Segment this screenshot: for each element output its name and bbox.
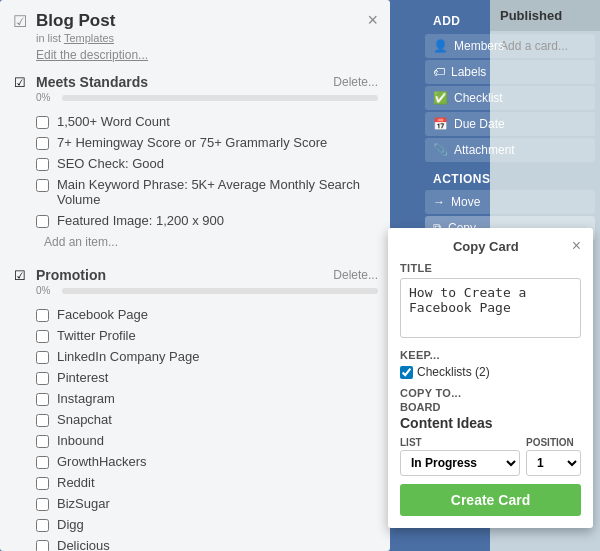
checklist-button[interactable]: ✅ Checklist bbox=[425, 86, 595, 110]
list-item: Snapchat bbox=[12, 409, 378, 430]
list-select[interactable]: In Progress bbox=[400, 450, 520, 476]
keep-section: Keep... Checklists (2) bbox=[400, 349, 581, 379]
list-item: Digg bbox=[12, 514, 378, 535]
keep-checklists-label: Checklists (2) bbox=[417, 365, 490, 379]
list-item: SEO Check: Good bbox=[12, 153, 378, 174]
copy-title-input[interactable]: How to Create a Facebook Page bbox=[400, 278, 581, 338]
copy-panel-close-button[interactable]: × bbox=[572, 238, 581, 254]
progress-bar-bg-1 bbox=[62, 95, 378, 101]
card-list-info: in list Templates bbox=[36, 32, 359, 44]
checklist-checkbox[interactable] bbox=[36, 414, 49, 427]
list-item: Inbound bbox=[12, 430, 378, 451]
checklist-checkbox[interactable] bbox=[36, 330, 49, 343]
checklist-checkbox[interactable] bbox=[36, 158, 49, 171]
list-item: 1,500+ Word Count bbox=[12, 111, 378, 132]
checklist-checkbox[interactable] bbox=[36, 477, 49, 490]
checklist-checkbox[interactable] bbox=[36, 456, 49, 469]
board-value: Content Ideas bbox=[400, 415, 581, 431]
edit-description-link[interactable]: Edit the description... bbox=[12, 48, 378, 62]
list-item: BizSugar bbox=[12, 493, 378, 514]
checklist-checkbox[interactable] bbox=[36, 116, 49, 129]
card-panel: ☑ Blog Post in list Templates × Edit the… bbox=[0, 0, 390, 551]
list-item: Featured Image: 1,200 x 900 bbox=[12, 210, 378, 231]
members-icon: 👤 bbox=[433, 39, 448, 53]
due-date-icon: 📅 bbox=[433, 117, 448, 131]
progress-pct-1: 0% bbox=[36, 92, 56, 103]
checklist-checkbox[interactable] bbox=[36, 372, 49, 385]
move-icon: → bbox=[433, 195, 445, 209]
checklist-checkbox[interactable] bbox=[36, 309, 49, 322]
checklist-checkbox[interactable] bbox=[36, 179, 49, 192]
copy-card-panel: Copy Card × Title How to Create a Facebo… bbox=[388, 228, 593, 528]
add-actions-panel: Add 👤 Members 🏷 Labels ✅ Checklist 📅 Due… bbox=[425, 10, 595, 242]
checklist-checkbox[interactable] bbox=[36, 215, 49, 228]
position-field: Position 1 bbox=[526, 437, 581, 476]
close-card-button[interactable]: × bbox=[367, 10, 378, 31]
position-field-label: Position bbox=[526, 437, 581, 448]
card-title: Blog Post bbox=[36, 10, 359, 32]
attachment-button[interactable]: 📎 Attachment bbox=[425, 138, 595, 162]
checklist-checkbox[interactable] bbox=[36, 435, 49, 448]
checklist-checkbox[interactable] bbox=[36, 351, 49, 364]
list-item: GrowthHackers bbox=[12, 451, 378, 472]
list-item: Main Keyword Phrase: 5K+ Average Monthly… bbox=[12, 174, 378, 210]
list-item: Delicious bbox=[12, 535, 378, 551]
title-label: Title bbox=[400, 262, 581, 274]
due-date-button[interactable]: 📅 Due Date bbox=[425, 112, 595, 136]
actions-section-label: Actions bbox=[425, 164, 595, 190]
add-section-label: Add bbox=[425, 10, 595, 34]
checklist-title-1: Meets Standards bbox=[36, 74, 148, 90]
attachment-icon: 📎 bbox=[433, 143, 448, 157]
copy-to-row: List In Progress Position 1 bbox=[400, 437, 581, 476]
checklist-title-2: Promotion bbox=[36, 267, 106, 283]
list-item: Reddit bbox=[12, 472, 378, 493]
checklist-icon-2: ☑ bbox=[12, 268, 28, 283]
checklist-delete-1[interactable]: Delete... bbox=[333, 75, 378, 89]
card-checklist-icon: ☑ bbox=[12, 12, 28, 31]
list-item: LinkedIn Company Page bbox=[12, 346, 378, 367]
checklist-checkbox[interactable] bbox=[36, 540, 49, 551]
list-item: Pinterest bbox=[12, 367, 378, 388]
checklist-meets-standards: ☑ Meets Standards Delete... 0% 1,500+ Wo… bbox=[12, 74, 378, 253]
keep-checklists-checkbox[interactable] bbox=[400, 366, 413, 379]
list-item: 7+ Hemingway Score or 75+ Grammarly Scor… bbox=[12, 132, 378, 153]
card-list-link[interactable]: Templates bbox=[64, 32, 114, 44]
position-select[interactable]: 1 bbox=[526, 450, 581, 476]
checklist-promotion: ☑ Promotion Delete... 0% Facebook Page T… bbox=[12, 267, 378, 551]
keep-label: Keep... bbox=[400, 349, 581, 361]
board-label: Board bbox=[400, 401, 581, 413]
add-item-link-1[interactable]: Add an item... bbox=[12, 231, 378, 253]
list-item: Twitter Profile bbox=[12, 325, 378, 346]
list-item: Facebook Page bbox=[12, 304, 378, 325]
checklist-icon-1: ☑ bbox=[12, 75, 28, 90]
move-button[interactable]: → Move bbox=[425, 190, 595, 214]
checklist-delete-2[interactable]: Delete... bbox=[333, 268, 378, 282]
checklist-checkbox[interactable] bbox=[36, 498, 49, 511]
progress-pct-2: 0% bbox=[36, 285, 56, 296]
labels-icon: 🏷 bbox=[433, 65, 445, 79]
create-card-button[interactable]: Create Card bbox=[400, 484, 581, 516]
copy-to-label: Copy to... bbox=[400, 387, 581, 399]
labels-button[interactable]: 🏷 Labels bbox=[425, 60, 595, 84]
progress-bar-bg-2 bbox=[62, 288, 378, 294]
checklist-checkbox[interactable] bbox=[36, 519, 49, 532]
members-button[interactable]: 👤 Members bbox=[425, 34, 595, 58]
list-field: List In Progress bbox=[400, 437, 520, 476]
copy-panel-title: Copy Card bbox=[400, 239, 572, 254]
checklist-icon: ✅ bbox=[433, 91, 448, 105]
copy-to-section: Copy to... Board Content Ideas List In P… bbox=[400, 387, 581, 516]
list-field-label: List bbox=[400, 437, 520, 448]
keep-item-checklists: Checklists (2) bbox=[400, 365, 581, 379]
checklist-checkbox[interactable] bbox=[36, 393, 49, 406]
checklist-checkbox[interactable] bbox=[36, 137, 49, 150]
list-item: Instagram bbox=[12, 388, 378, 409]
